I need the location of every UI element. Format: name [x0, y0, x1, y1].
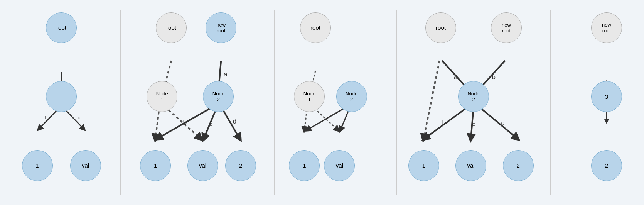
edge-label-b4-top: b: [492, 73, 496, 80]
node-node2-2: Node2: [203, 81, 234, 112]
edge-label-c: c: [78, 115, 80, 120]
node-node1-2: Node1: [147, 81, 177, 112]
node-2-5: 2: [591, 150, 622, 181]
edge-label-a2: a: [224, 71, 228, 78]
node-1: 1: [22, 150, 53, 181]
node-2-4: 2: [503, 150, 534, 181]
node-1-3: 1: [289, 150, 320, 181]
node-1-2: 1: [140, 150, 171, 181]
node-root4: root: [425, 12, 456, 43]
divider-1: [120, 10, 121, 195]
edge-label-d2: d: [233, 118, 236, 125]
diagram-5: b newroot 3 2: [561, 4, 631, 201]
node-node2-4: Node2: [458, 81, 489, 112]
diagram-3: root Node1 Node2 1 val: [285, 4, 386, 201]
node-newroot5: newroot: [591, 12, 622, 43]
svg-line-6: [165, 107, 200, 138]
svg-line-18: [425, 107, 468, 138]
svg-line-9: [221, 107, 239, 138]
svg-line-20: [479, 107, 517, 138]
edge-label-b: b: [45, 115, 48, 120]
edge-label-d4: d: [501, 119, 504, 126]
svg-line-15: [424, 61, 440, 138]
node-root2: root: [156, 12, 187, 43]
node-root3: root: [300, 12, 331, 43]
node-newroot4: newroot: [491, 12, 522, 43]
node-root: root: [46, 12, 77, 43]
node-val3: val: [324, 150, 355, 181]
node-val4: val: [455, 150, 486, 181]
node-node2-3: Node2: [336, 81, 367, 112]
divider-3: [396, 10, 397, 195]
node-1-4: 1: [408, 150, 439, 181]
edge-label-c4: c: [472, 120, 476, 128]
node-newroot2: newroot: [206, 12, 236, 43]
edge-label-a4: a: [454, 73, 458, 80]
edge-label-b2: b: [183, 119, 187, 126]
node-val2: val: [187, 150, 218, 181]
divider-2: [274, 10, 275, 195]
diagram-2: a b c d root newroot Node1 Node2 1 val 2: [132, 4, 263, 201]
node-val: val: [70, 150, 101, 181]
node-3-5: 3: [591, 81, 622, 112]
edge-label-c2: c: [209, 120, 213, 128]
edge-label-b4-bot: b: [442, 119, 445, 126]
divider-4: [550, 10, 551, 195]
node-2-2: 2: [225, 150, 256, 181]
node-node1-3: Node1: [294, 81, 325, 112]
node-mid: [46, 81, 77, 112]
diagram-1: a b c root 1 val: [13, 4, 110, 201]
diagram-4: a b b c d root newroot Node2 1 val 2: [408, 4, 539, 201]
